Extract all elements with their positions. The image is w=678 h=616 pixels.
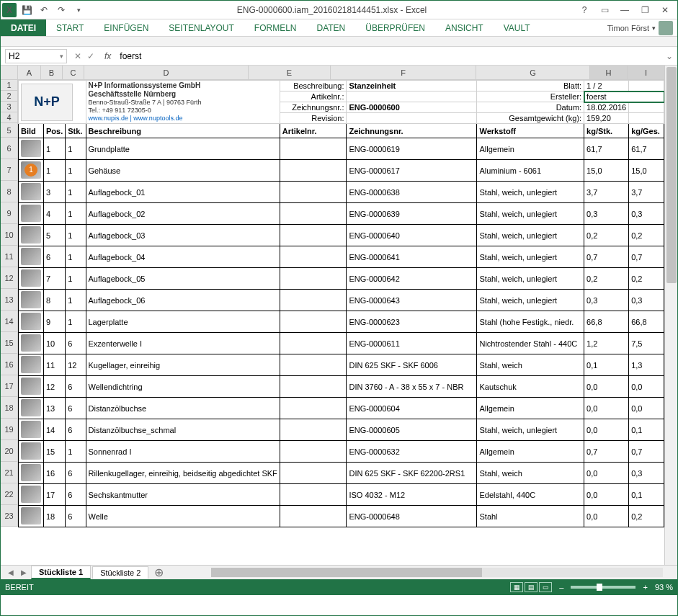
redo-icon[interactable]: ↷ — [54, 3, 68, 17]
row-header-23[interactable]: 23 — [1, 505, 18, 527]
cell-artikelnr[interactable] — [280, 376, 347, 398]
cell-stk[interactable]: 1 — [66, 268, 86, 290]
row-header-19[interactable]: 19 — [1, 419, 18, 440]
cell-werkstoff[interactable]: Allgemein — [477, 441, 584, 463]
cell-artikelnr[interactable] — [280, 484, 347, 506]
cell-zeichnungsnr[interactable]: DIN 625 SKF - SKF 62200-2RS1 — [347, 463, 477, 484]
cell-beschreibung[interactable]: Auflagebock_02 — [86, 203, 280, 225]
cell-kgstk[interactable]: 0,1 — [584, 354, 629, 376]
cell-zeichnungsnr[interactable]: ISO 4032 - M12 — [347, 484, 477, 506]
fx-icon[interactable]: fx — [100, 51, 115, 61]
zoom-slider[interactable] — [571, 586, 635, 589]
horizontal-scrollbar[interactable] — [211, 568, 663, 577]
cell-artikelnr[interactable] — [280, 463, 347, 484]
row-header-9[interactable]: 9 — [1, 202, 18, 224]
cell-kgges[interactable]: 0,1 — [629, 484, 664, 506]
cell-artikelnr[interactable] — [280, 311, 347, 333]
row-header-22[interactable]: 22 — [1, 483, 18, 505]
cell-stk[interactable]: 6 — [66, 463, 86, 484]
cell-kgges[interactable]: 0,1 — [629, 419, 664, 441]
cell-kgstk[interactable]: 0,2 — [584, 268, 629, 290]
cell-beschreibung[interactable]: Welle — [86, 506, 280, 527]
cell-werkstoff[interactable]: Stahl, weich, unlegiert — [477, 225, 584, 246]
cell-beschreibung[interactable]: Sechskantmutter — [86, 484, 280, 506]
cell-werkstoff[interactable]: Stahl — [477, 506, 584, 527]
cell-stk[interactable]: 6 — [66, 333, 86, 354]
cell-werkstoff[interactable]: Stahl, weich, unlegiert — [477, 182, 584, 203]
cell-pos[interactable]: 16 — [44, 463, 66, 484]
col-header-E[interactable]: E — [249, 66, 331, 80]
row-header-14[interactable]: 14 — [1, 311, 18, 332]
minimize-icon[interactable]: — — [617, 3, 633, 17]
cell-pos[interactable]: 18 — [44, 506, 66, 527]
cell-pos[interactable]: 7 — [44, 268, 66, 290]
sheet-tab-2[interactable]: Stückliste 2 — [92, 566, 148, 579]
cell-stk[interactable]: 1 — [66, 203, 86, 225]
val-ersteller[interactable]: foerst — [584, 91, 664, 102]
row-header-10[interactable]: 10 — [1, 224, 18, 246]
cell-kgstk[interactable]: 0,0 — [584, 376, 629, 398]
row-header-21[interactable]: 21 — [1, 462, 18, 483]
cell-stk[interactable]: 6 — [66, 398, 86, 419]
formula-accept-icon[interactable]: ✓ — [87, 51, 94, 61]
cell-werkstoff[interactable]: Edelstahl, 440C — [477, 484, 584, 506]
th-kgstk[interactable]: kg/Stk. — [584, 124, 629, 138]
cell-beschreibung[interactable]: Sonnenrad I — [86, 441, 280, 463]
cell-kgstk[interactable]: 15,0 — [584, 160, 629, 182]
cell-bild[interactable] — [19, 484, 44, 506]
cell-beschreibung[interactable]: Distanzölbuchse — [86, 398, 280, 419]
cell-pos[interactable]: 6 — [44, 246, 66, 268]
cell-kgstk[interactable]: 0,0 — [584, 419, 629, 441]
cell-pos[interactable]: 4 — [44, 203, 66, 225]
qat-more-icon[interactable]: ▾ — [71, 3, 86, 17]
cell-pos[interactable]: 11 — [44, 354, 66, 376]
cell-beschreibung[interactable]: Auflagebock_06 — [86, 290, 280, 311]
cell-artikelnr[interactable] — [280, 138, 347, 160]
view-normal-icon[interactable]: ▦ — [510, 582, 523, 592]
cell-pos[interactable]: 17 — [44, 484, 66, 506]
cell-kgges[interactable]: 0,3 — [629, 203, 664, 225]
cell-bild[interactable] — [19, 225, 44, 246]
cell-kgstk[interactable]: 61,7 — [584, 138, 629, 160]
cell-bild[interactable] — [19, 333, 44, 354]
col-header-B[interactable]: B — [41, 66, 63, 80]
th-pos[interactable]: Pos. — [44, 124, 66, 138]
cell-kgstk[interactable]: 1,2 — [584, 333, 629, 354]
cell-bild[interactable] — [19, 268, 44, 290]
cell-bild[interactable] — [19, 376, 44, 398]
cell-werkstoff[interactable]: Nichtrostender Stahl - 440C — [477, 333, 584, 354]
ribbon-options-icon[interactable]: ▭ — [597, 3, 612, 17]
tab-daten[interactable]: DATEN — [307, 19, 356, 36]
cell-zeichnungsnr[interactable]: ENG-0000648 — [347, 506, 477, 527]
cell-stk[interactable]: 1 — [66, 311, 86, 333]
cell-beschreibung[interactable]: Auflagebock_03 — [86, 225, 280, 246]
cell-werkstoff[interactable]: Stahl, weich — [477, 354, 584, 376]
col-header-D[interactable]: D — [84, 66, 249, 80]
formula-expand-icon[interactable]: ⌄ — [661, 51, 677, 61]
cell-artikelnr[interactable] — [280, 246, 347, 268]
cell-artikelnr[interactable] — [280, 354, 347, 376]
row-header-4[interactable]: 4 — [1, 112, 18, 123]
cell-pos[interactable]: 3 — [44, 182, 66, 203]
cell-beschreibung[interactable]: Auflagebock_05 — [86, 268, 280, 290]
cell-zeichnungsnr[interactable]: ENG-0000617 — [347, 160, 477, 182]
cell-kgges[interactable]: 3,7 — [629, 182, 664, 203]
cell-zeichnungsnr[interactable]: ENG-0000623 — [347, 311, 477, 333]
cell-artikelnr[interactable] — [280, 290, 347, 311]
cell-bild[interactable] — [19, 138, 44, 160]
cell-werkstoff[interactable]: Stahl, weich, unlegiert — [477, 246, 584, 268]
col-header-H[interactable]: H — [590, 66, 628, 80]
cell-werkstoff[interactable]: Stahl, weich, unlegiert — [477, 268, 584, 290]
cell-kgstk[interactable]: 0,0 — [584, 398, 629, 419]
tab-formeln[interactable]: FORMELN — [244, 19, 307, 36]
cell-bild[interactable] — [19, 419, 44, 441]
cell-kgges[interactable]: 1,3 — [629, 354, 664, 376]
select-all-corner[interactable] — [1, 66, 18, 80]
cell-werkstoff[interactable]: Allgemein — [477, 398, 584, 419]
cell-zeichnungsnr[interactable]: DIN 3760 - A - 38 x 55 x 7 - NBR — [347, 376, 477, 398]
cell-artikelnr[interactable] — [280, 398, 347, 419]
val-zeichnungsnr[interactable]: ENG-0000600 — [347, 102, 477, 113]
row-header-13[interactable]: 13 — [1, 289, 18, 311]
cell-kgstk[interactable]: 0,7 — [584, 246, 629, 268]
cell-bild[interactable] — [19, 246, 44, 268]
